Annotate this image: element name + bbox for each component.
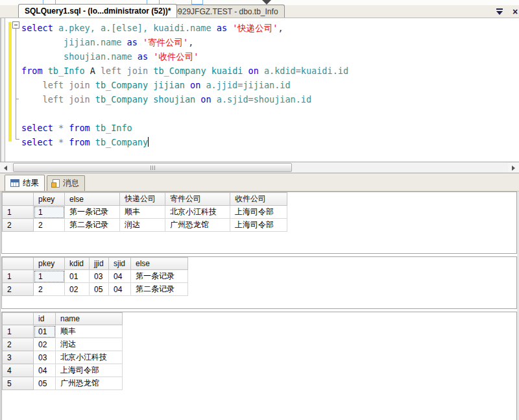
results-tab-strip: 结果 消息 — [0, 173, 519, 191]
sql-editor[interactable]: select a.pkey, a.[else], kuaidi.name as … — [0, 18, 519, 162]
grid-cell[interactable]: 上海司令部 — [230, 219, 287, 232]
result-grid[interactable]: pkeykdidjjidsjidelse11010304第一条记录2202050… — [2, 257, 188, 296]
grid-cell[interactable]: 03 — [34, 351, 56, 364]
grid-row-header[interactable]: 1 — [3, 206, 34, 219]
grid-column-header[interactable]: id — [34, 313, 56, 325]
editor-horizontal-scrollbar[interactable] — [0, 162, 519, 173]
messages-icon — [53, 179, 60, 188]
grid-corner-cell[interactable] — [3, 313, 34, 325]
grid-cell[interactable]: 04 — [109, 283, 131, 296]
grid-cell[interactable]: 1 — [34, 270, 65, 283]
grid-cell[interactable]: 02 — [65, 283, 90, 296]
grid-cell[interactable]: 03 — [90, 270, 109, 283]
grid-column-header[interactable]: else — [131, 258, 188, 270]
code-line[interactable]: left join tb_Company shoujian on a.sjid=… — [21, 92, 348, 106]
grid-column-header[interactable]: 快递公司 — [120, 193, 165, 206]
grid-cell[interactable]: 04 — [109, 270, 131, 283]
code-line[interactable]: shoujian.name as '收件公司' — [21, 49, 348, 64]
code-line[interactable]: select * from tb_Info — [21, 121, 348, 135]
grid-cell[interactable]: 第二条记录 — [131, 283, 188, 296]
grid-column-header[interactable]: pkey — [34, 258, 65, 270]
grid-column-header[interactable]: sjid — [109, 258, 131, 270]
grid-row-header[interactable]: 1 — [3, 325, 34, 338]
grid-cell[interactable]: 上海司令部 — [230, 206, 287, 219]
grid-column-header[interactable]: 收件公司 — [230, 193, 287, 206]
grid-cell[interactable]: 广州恐龙馆 — [165, 219, 230, 232]
grid-cell[interactable]: 01 — [34, 325, 56, 338]
result-grid[interactable]: pkeyelse快递公司寄件公司收件公司11第一条记录顺丰北京小江科技上海司令部… — [2, 192, 287, 232]
document-tab-bar: SQLQuery1.sql - (lo...dministrator (52))… — [0, 5, 519, 18]
scroll-left-arrow[interactable] — [0, 163, 11, 173]
grid-cell[interactable]: 2 — [34, 219, 65, 232]
grid-cell[interactable]: 第一条记录 — [131, 270, 188, 283]
results-grid-icon — [10, 179, 19, 187]
ssms-window: SQLQuery1.sql - (lo...dministrator (52))… — [0, 0, 519, 420]
code-fold-tick — [16, 99, 19, 99]
code-fold-collapse-icon[interactable] — [12, 21, 19, 29]
code-line[interactable]: from tb_Info A left join tb_Company kuai… — [21, 64, 348, 78]
grid-cell[interactable]: 05 — [34, 377, 56, 390]
grid-cell[interactable]: 北京小江科技 — [165, 206, 230, 219]
grid-column-header[interactable]: kdid — [65, 258, 90, 270]
result-set-panel-2: pkeykdidjjidsjidelse11010304第一条记录2202050… — [1, 256, 517, 309]
table-row: 202润达 — [3, 338, 123, 351]
combobox-arrow-fragment — [262, 0, 271, 5]
grid-cell[interactable]: 第一条记录 — [65, 206, 120, 219]
grid-cell[interactable]: 广州恐龙馆 — [56, 377, 123, 390]
code-lines[interactable]: select a.pkey, a.[else], kuaidi.name as … — [21, 21, 348, 149]
scrollbar-thumb[interactable] — [13, 163, 292, 172]
result-set-panel-1: pkeyelse快递公司寄件公司收件公司11第一条记录顺丰北京小江科技上海司令部… — [1, 191, 517, 254]
grid-cell[interactable]: 01 — [65, 270, 90, 283]
grid-column-header[interactable]: 寄件公司 — [165, 193, 230, 206]
grid-cell[interactable]: 润达 — [56, 338, 123, 351]
grid-row-header[interactable]: 2 — [3, 283, 34, 296]
grid-row-header[interactable]: 5 — [3, 377, 34, 390]
grid-cell[interactable]: 1 — [34, 206, 65, 219]
code-line[interactable]: select a.pkey, a.[else], kuaidi.name as … — [21, 21, 348, 35]
grid-cell[interactable]: 润达 — [120, 219, 165, 232]
indicator-margin-border — [5, 18, 5, 162]
grid-column-header[interactable]: pkey — [34, 193, 65, 206]
table-row: 505广州恐龙馆 — [3, 377, 123, 390]
grid-cell[interactable]: 顺丰 — [120, 206, 165, 219]
grid-cell[interactable]: 02 — [34, 338, 56, 351]
tab-sqlquery1-label: SQLQuery1.sql - (lo...dministrator (52))… — [25, 6, 171, 16]
grid-corner-cell[interactable] — [3, 193, 34, 206]
grid-row-header[interactable]: 4 — [3, 364, 34, 377]
tab-sqlquery1[interactable]: SQLQuery1.sql - (lo...dministrator (52))… — [18, 4, 177, 18]
code-fold-line — [16, 29, 16, 139]
grid-cell[interactable]: 2 — [34, 283, 65, 296]
grid-column-header[interactable]: else — [65, 193, 120, 206]
table-row: 303北京小江科技 — [3, 351, 123, 364]
grid-corner-cell[interactable] — [3, 258, 34, 270]
toolbar-button-fragment — [191, 0, 203, 5]
code-fold-end — [16, 139, 19, 140]
table-row: 11010304第一条记录 — [3, 270, 188, 283]
grid-row-header[interactable]: 3 — [3, 351, 34, 364]
grid-row-header[interactable]: 2 — [3, 338, 34, 351]
code-line[interactable]: select * from tb_Company — [21, 135, 348, 149]
code-line[interactable]: left join tb_Company jijian on a.jjid=ji… — [21, 78, 348, 92]
grid-column-header[interactable]: name — [56, 313, 123, 325]
grid-cell[interactable]: 北京小江科技 — [56, 351, 123, 364]
scroll-right-arrow[interactable] — [508, 163, 519, 173]
tab-list-dropdown-icon[interactable] — [495, 7, 505, 16]
tab-results[interactable]: 结果 — [5, 175, 45, 191]
grid-cell[interactable]: 顺丰 — [56, 325, 123, 338]
grid-cell[interactable]: 04 — [34, 364, 56, 377]
code-line[interactable] — [21, 106, 348, 121]
tab-results-label: 结果 — [23, 178, 39, 189]
change-tracking-bar — [8, 22, 12, 142]
grid-cell[interactable]: 05 — [90, 283, 109, 296]
grid-row-header[interactable]: 1 — [3, 270, 34, 283]
table-row: 11第一条记录顺丰北京小江科技上海司令部 — [3, 206, 287, 219]
result-grid[interactable]: idname101顺丰202润达303北京小江科技404上海司令部505广州恐龙… — [2, 312, 123, 390]
grid-row-header[interactable]: 2 — [3, 219, 34, 232]
grid-column-header[interactable]: jjid — [90, 258, 109, 270]
grid-cell[interactable]: 第二条记录 — [65, 219, 120, 232]
close-icon[interactable]: × — [513, 6, 519, 17]
table-row: 22第二条记录润达广州恐龙馆上海司令部 — [3, 219, 287, 232]
grid-cell[interactable]: 上海司令部 — [56, 364, 123, 377]
tab-messages[interactable]: 消息 — [47, 175, 85, 191]
code-line[interactable]: jijian.name as '寄件公司', — [21, 35, 348, 49]
